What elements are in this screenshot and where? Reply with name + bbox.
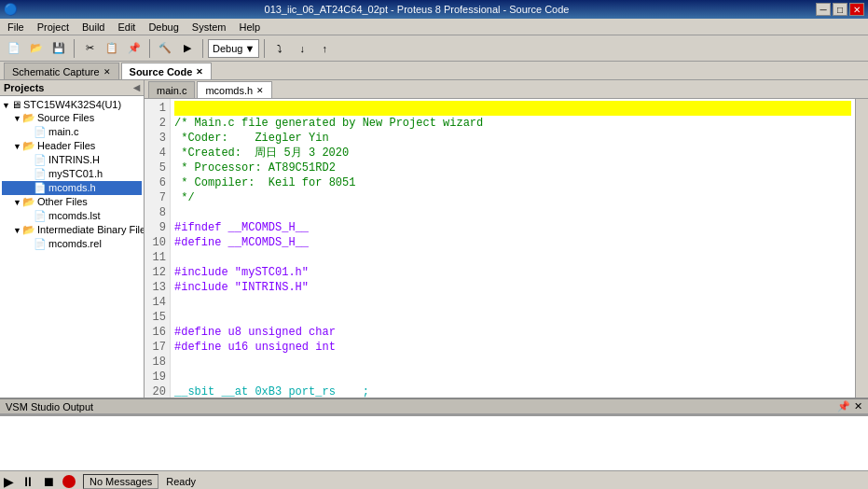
line-number-18: 18	[145, 355, 166, 370]
code-line-5: * Processor: AT89C51RD2	[174, 161, 851, 175]
dropdown-arrow: ▼	[244, 43, 255, 54]
tree-label-1: Source Files	[37, 112, 94, 123]
tree-item-5[interactable]: 📄mySTC01.h	[2, 167, 142, 181]
ready-status: Ready	[166, 476, 196, 487]
toolbar: 📄 📂 💾 ✂ 📋 📌 🔨 ▶ Debug ▼ ⤵ ↓ ↑	[0, 35, 868, 62]
expander-7: ▼	[13, 198, 22, 207]
code-area: 1234567891011121314151617181920212223242…	[145, 99, 868, 398]
line-number-13: 13	[145, 280, 166, 295]
top-tab-label-0: Schematic Capture	[12, 66, 100, 77]
tree-item-8[interactable]: 📄mcomds.lst	[2, 209, 142, 223]
main-layout: Projects ◀ ▼🖥STC15W4K32S4(U1)▼📂Source Fi…	[0, 80, 868, 398]
record-button[interactable]	[62, 475, 76, 488]
tree-item-0[interactable]: ▼🖥STC15W4K32S4(U1)	[2, 98, 142, 111]
menubar: FileProjectBuildEditDebugSystemHelp	[0, 19, 868, 35]
tree-item-2[interactable]: 📄main.c	[2, 125, 142, 139]
tree-item-1[interactable]: ▼📂Source Files	[2, 111, 142, 125]
code-line-2: /* Main.c file generated by New Project …	[174, 116, 851, 131]
line-number-3: 3	[145, 131, 166, 146]
line-number-8: 8	[145, 205, 166, 220]
code-line-12: #include "mySTC01.h"	[174, 265, 851, 280]
line-number-1: 1	[145, 101, 166, 116]
editor-tab-0[interactable]: main.c	[148, 81, 195, 98]
menu-item-project[interactable]: Project	[34, 21, 73, 34]
menu-item-file[interactable]: File	[4, 21, 28, 34]
tree-item-10[interactable]: 📄mcomds.rel	[2, 237, 142, 251]
toolbar-step-out[interactable]: ↑	[314, 38, 335, 59]
code-line-6: * Compiler: Keil for 8051	[174, 175, 851, 190]
menu-item-edit[interactable]: Edit	[114, 21, 139, 34]
projects-toggle[interactable]: ◀	[133, 83, 140, 92]
code-line-3: *Coder: Ziegler Yin	[174, 131, 851, 146]
menu-item-debug[interactable]: Debug	[145, 21, 182, 34]
top-tab-close-0[interactable]: ✕	[103, 67, 111, 77]
toolbar-new[interactable]: 📄	[4, 38, 24, 59]
titlebar: 🔵 013_iic_06_AT24C64_02pt - Proteus 8 Pr…	[0, 0, 868, 19]
projects-title: Projects	[4, 82, 44, 93]
code-line-7: */	[174, 190, 851, 205]
line-number-14: 14	[145, 295, 166, 310]
toolbar-sep2	[149, 39, 150, 58]
debug-dropdown[interactable]: Debug ▼	[208, 39, 259, 58]
line-number-11: 11	[145, 250, 166, 265]
line-number-15: 15	[145, 310, 166, 325]
line-number-17: 17	[145, 340, 166, 355]
scrollbar-vertical[interactable]	[855, 99, 868, 398]
toolbar-step-into[interactable]: ↓	[292, 38, 312, 59]
tree-label-6: mcomds.h	[48, 182, 96, 193]
tree-item-6[interactable]: 📄mcomds.h	[2, 181, 142, 195]
minimize-button[interactable]: ─	[816, 3, 831, 16]
menu-item-help[interactable]: Help	[236, 21, 265, 34]
line-number-7: 7	[145, 190, 166, 205]
menu-item-system[interactable]: System	[188, 21, 230, 34]
line-number-9: 9	[145, 220, 166, 235]
vsm-close-button[interactable]: ✕	[854, 400, 862, 412]
line-number-12: 12	[145, 265, 166, 280]
line-number-16: 16	[145, 325, 166, 340]
top-tab-close-1[interactable]: ✕	[196, 67, 203, 77]
tree-item-4[interactable]: 📄INTRINS.H	[2, 153, 142, 167]
maximize-button[interactable]: □	[833, 3, 847, 16]
toolbar-copy[interactable]: 📋	[102, 38, 122, 59]
tree-label-4: INTRINS.H	[48, 154, 100, 165]
toolbar-build[interactable]: 🔨	[155, 38, 175, 59]
code-line-14	[174, 295, 851, 310]
titlebar-icon: 🔵	[4, 3, 18, 16]
editor-tab-1[interactable]: mcomds.h✕	[197, 81, 272, 98]
top-tabs: Schematic Capture✕Source Code✕	[0, 62, 868, 80]
menu-item-build[interactable]: Build	[78, 21, 108, 34]
line-number-19: 19	[145, 370, 166, 384]
vsm-pin-button[interactable]: 📌	[837, 400, 850, 412]
toolbar-cut[interactable]: ✂	[79, 38, 100, 59]
line-number-2: 2	[145, 116, 166, 131]
line-number-20: 20	[145, 384, 166, 398]
tree-label-7: Other Files	[37, 196, 88, 207]
code-line-4: *Created: 周日 5月 3 2020	[174, 146, 851, 161]
tree-item-9[interactable]: ▼📂Intermediate Binary Files	[2, 223, 142, 237]
toolbar-paste[interactable]: 📌	[124, 38, 145, 59]
code-editor[interactable]: /* Main.c file generated by New Project …	[171, 99, 855, 398]
toolbar-open[interactable]: 📂	[26, 38, 47, 59]
debug-label: Debug	[213, 43, 242, 54]
play-button[interactable]: ▶	[4, 474, 14, 489]
code-line-18	[174, 355, 851, 370]
editor-tab-close-1[interactable]: ✕	[256, 86, 264, 95]
toolbar-run[interactable]: ▶	[177, 38, 198, 59]
titlebar-controls: ─ □ ✕	[816, 3, 864, 16]
line-number-10: 10	[145, 235, 166, 250]
line-number-4: 4	[145, 146, 166, 161]
tree-item-3[interactable]: ▼📂Header Files	[2, 139, 142, 153]
expander-9: ▼	[13, 226, 22, 235]
code-line-16: #define u8 unsigned char	[174, 325, 851, 340]
stop-button[interactable]: ⏹	[42, 474, 55, 489]
toolbar-step-over[interactable]: ⤵	[269, 38, 290, 59]
top-tab-0[interactable]: Schematic Capture✕	[4, 63, 119, 79]
pause-button[interactable]: ⏸	[21, 474, 34, 489]
tree-item-7[interactable]: ▼📂Other Files	[2, 195, 142, 209]
projects-panel: Projects ◀ ▼🖥STC15W4K32S4(U1)▼📂Source Fi…	[0, 80, 145, 398]
top-tab-1[interactable]: Source Code✕	[121, 63, 213, 79]
toolbar-sep1	[74, 39, 75, 58]
close-button[interactable]: ✕	[849, 3, 864, 16]
toolbar-save[interactable]: 💾	[48, 38, 69, 59]
editor-tab-label-0: main.c	[157, 85, 186, 96]
